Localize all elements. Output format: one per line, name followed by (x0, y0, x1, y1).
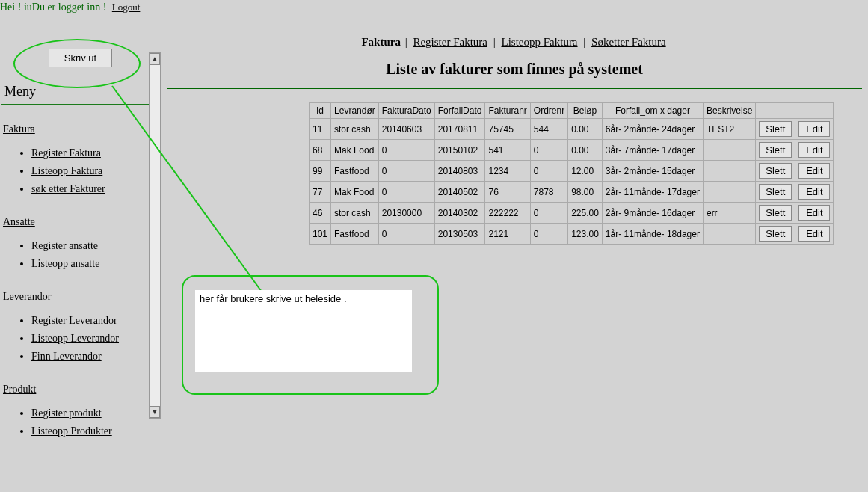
edit-button[interactable]: Edit (798, 226, 830, 242)
menu-link[interactable]: Listeopp Faktura (31, 165, 102, 176)
cell-ffd: 20140803 (434, 161, 485, 182)
cell-on: 0 (530, 161, 567, 182)
menu-item: Register ansatte (31, 240, 161, 252)
cell-on: 0 (530, 224, 567, 245)
menu-item: Listeopp ansatte (31, 258, 161, 270)
menu-item: Register produkt (31, 408, 161, 419)
cell-forf: 2år- 9månde- 16dager (602, 203, 703, 224)
cell-lev: Fastfood (331, 224, 379, 245)
menu-link[interactable]: Finn Leverandor (31, 351, 102, 362)
content-area: Faktura | Register Faktura | Listeopp Fa… (161, 15, 868, 458)
cell-fn: 2121 (485, 224, 530, 245)
menu-item: Listeopp Leverandor (31, 333, 161, 345)
slett-button[interactable]: Slett (759, 163, 792, 179)
cell-forf: 3år- 2månde- 15dager (602, 161, 703, 182)
cell-lev: Fastfood (331, 161, 379, 182)
greeting-user: iu (24, 1, 32, 13)
scroll-down-icon[interactable]: ▼ (150, 406, 160, 418)
cell-ffd: 20170811 (434, 119, 485, 140)
edit-button[interactable]: Edit (798, 163, 830, 179)
slett-button[interactable]: Slett (759, 142, 792, 158)
menu-link[interactable]: Register Leverandor (31, 315, 117, 326)
menu-link[interactable]: Listeopp Leverandor (31, 333, 119, 344)
menu-link[interactable]: Register Faktura (31, 147, 101, 159)
cell-id: 68 (310, 140, 331, 161)
menu-item: Listeopp Produkter (31, 425, 161, 437)
col-header: Beskrivelse (703, 103, 755, 119)
menu-link[interactable]: Listeopp Produkter (31, 425, 112, 437)
cell-fn: 222222 (485, 203, 530, 224)
table-row: 101Fastfood02013050321210123.001år- 11må… (310, 224, 834, 245)
menu-section-produkt[interactable]: Produkt (3, 384, 161, 396)
logged-in-text: Du er logget inn ! (32, 1, 109, 13)
logout-link[interactable]: Logout (112, 1, 141, 13)
table-row: 11stor cash2014060320170811757455440.006… (310, 119, 834, 140)
menu-item: Register Leverandor (31, 315, 161, 327)
cell-besk (703, 182, 755, 203)
table-row: 99Fastfood0201408031234012.003år- 2månde… (310, 161, 834, 182)
breadcrumb-link-listeopp[interactable]: Listeopp Faktura (501, 36, 577, 48)
cell-lev: stor cash (331, 203, 379, 224)
breadcrumb: Faktura | Register Faktura | Listeopp Fa… (167, 15, 862, 56)
cell-fd: 0 (378, 161, 434, 182)
menu-link[interactable]: Listeopp ansatte (31, 258, 99, 269)
cell-ffd: 20140302 (434, 203, 485, 224)
table-row: 46stor cash20130000201403022222220225.00… (310, 203, 834, 224)
breadcrumb-link-register[interactable]: Register Faktura (413, 36, 487, 48)
menu-item: Listeopp Faktura (31, 165, 161, 177)
cell-id: 46 (310, 203, 331, 224)
col-header-blank (795, 103, 834, 119)
col-header: Fakturanr (485, 103, 530, 119)
cell-forf: 1år- 11månde- 18dager (602, 224, 703, 245)
breadcrumb-main: Faktura (361, 36, 401, 48)
cell-fd: 0 (378, 140, 434, 161)
cell-fn: 75745 (485, 119, 530, 140)
menu-item: søk etter Fakturer (31, 183, 161, 195)
cell-forf: 6år- 2månde- 24dager (602, 119, 703, 140)
cell-fd: 0 (378, 224, 434, 245)
breadcrumb-link-soketter[interactable]: Søketter Faktura (591, 36, 666, 48)
cell-lev: Mak Food (331, 140, 379, 161)
col-header: Id (310, 103, 331, 119)
edit-button[interactable]: Edit (798, 184, 830, 200)
slett-button[interactable]: Slett (759, 184, 792, 200)
cell-id: 11 (310, 119, 331, 140)
cell-besk (703, 140, 755, 161)
edit-button[interactable]: Edit (798, 142, 830, 158)
sidebar-scrollbar[interactable]: ▲ ▼ (149, 52, 161, 419)
cell-besk: TEST2 (703, 119, 755, 140)
cell-ffd: 20130503 (434, 224, 485, 245)
menu-item: Register Faktura (31, 147, 161, 159)
cell-bel: 0.00 (568, 140, 603, 161)
cell-lev: stor cash (331, 119, 379, 140)
menu-section-faktura[interactable]: Faktura (3, 123, 161, 135)
cell-lev: Mak Food (331, 182, 379, 203)
menu-link[interactable]: Register produkt (31, 408, 102, 419)
cell-bel: 225.00 (568, 203, 603, 224)
menu-item: Finn Leverandor (31, 351, 161, 363)
col-header: Forfall_om x dager (602, 103, 703, 119)
cell-on: 0 (530, 140, 567, 161)
menu-section-leverandor[interactable]: Leverandor (3, 291, 161, 303)
cell-forf: 2år- 11månde- 17dager (602, 182, 703, 203)
edit-button[interactable]: Edit (798, 121, 830, 137)
greeting-prefix: Hei ! (0, 1, 24, 13)
menu-heading: Meny (1, 82, 153, 105)
slett-button[interactable]: Slett (759, 121, 792, 137)
slett-button[interactable]: Slett (759, 205, 792, 221)
slett-button[interactable]: Slett (759, 226, 792, 242)
col-header-blank (756, 103, 795, 119)
col-header: ForfallDato (434, 103, 485, 119)
cell-besk (703, 161, 755, 182)
cell-fn: 76 (485, 182, 530, 203)
cell-bel: 12.00 (568, 161, 603, 182)
cell-on: 0 (530, 203, 567, 224)
cell-fd: 0 (378, 182, 434, 203)
menu-section-ansatte[interactable]: Ansatte (3, 216, 161, 228)
edit-button[interactable]: Edit (798, 205, 830, 221)
cell-id: 99 (310, 161, 331, 182)
menu-link[interactable]: Register ansatte (31, 240, 98, 251)
scroll-up-icon[interactable]: ▲ (150, 53, 160, 65)
print-button[interactable]: Skriv ut (49, 49, 112, 67)
menu-link[interactable]: søk etter Fakturer (31, 183, 105, 194)
